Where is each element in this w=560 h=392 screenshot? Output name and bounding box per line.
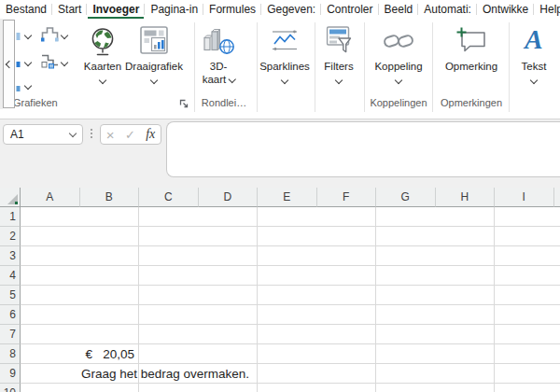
- 3d-kaart-button[interactable]: 3D- kaart: [197, 19, 240, 95]
- row-header-10[interactable]: 10: [0, 384, 21, 392]
- sparkline-icon: [271, 29, 299, 56]
- globe-icon: [89, 26, 117, 61]
- group-label-rondleidingen: Rondlei…: [202, 97, 246, 108]
- row-header-2[interactable]: 2: [0, 227, 21, 246]
- ribbon-tab-formules[interactable]: Formules: [203, 0, 261, 19]
- row-header-9[interactable]: 9: [0, 364, 21, 384]
- chevron-down-icon[interactable]: [24, 32, 32, 39]
- 3d-column-globe-icon: [202, 28, 235, 59]
- ribbon-tab-bar: Bestand Start Invoeger Pagina-in Formule…: [0, 0, 560, 19]
- row-header-8[interactable]: 8: [0, 344, 21, 364]
- active-cell-corner-dot: [15, 202, 18, 204]
- ribbon-tab-start[interactable]: Start: [52, 0, 87, 19]
- column-header-g[interactable]: G: [376, 188, 436, 207]
- ribbon-tab-controleren[interactable]: Controler: [321, 0, 378, 19]
- group-label-koppelingen: Koppelingen: [370, 97, 427, 108]
- chevron-down-icon: [335, 77, 343, 84]
- tekst-button[interactable]: A Tekst: [513, 19, 554, 95]
- group-separator: [194, 22, 195, 112]
- column-header-f[interactable]: F: [317, 188, 377, 207]
- column-header-d[interactable]: D: [199, 188, 259, 207]
- chevron-down-icon: [150, 77, 158, 84]
- draaigrafiek-label: Draaigrafiek: [125, 61, 183, 72]
- kaarten-button[interactable]: Kaarten: [78, 19, 127, 95]
- collapse-pane-handle[interactable]: [3, 20, 15, 108]
- pivotchart-icon: [140, 26, 168, 58]
- group-label-opmerkingen: Opmerkingen: [441, 97, 502, 108]
- chevron-down-icon: [228, 76, 235, 83]
- row-header-3[interactable]: 3: [0, 246, 21, 266]
- worksheet-grid: A B C D E F G H I 1 2 3 4 5 6 7 8 9 10 €…: [0, 188, 560, 392]
- formula-input[interactable]: [166, 121, 560, 177]
- currency-symbol: €: [86, 347, 93, 361]
- chevron-down-icon[interactable]: [61, 59, 68, 66]
- insert-hierarchy-chart-button[interactable]: [40, 26, 60, 47]
- ribbon-tab-beeld[interactable]: Beeld: [379, 0, 419, 19]
- cells-area[interactable]: € 20,05 Graag het bedrag overmaken.: [21, 207, 560, 392]
- chevron-down-icon[interactable]: [61, 32, 68, 39]
- column-header-c[interactable]: C: [139, 188, 199, 207]
- sparklines-button[interactable]: Sparklines: [259, 19, 311, 95]
- column-header-i[interactable]: I: [495, 188, 554, 207]
- name-box[interactable]: A1: [3, 124, 83, 145]
- cancel-button[interactable]: ×: [106, 128, 115, 142]
- insert-waterfall-chart-button[interactable]: [40, 52, 60, 74]
- ribbon-tab-pagina-indeling[interactable]: Pagina-in: [145, 0, 203, 19]
- formula-bar-row: A1 × ✓ fx: [0, 119, 560, 188]
- column-header-e[interactable]: E: [258, 188, 317, 207]
- group-label-grafieken: Grafieken: [13, 97, 58, 108]
- group-separator: [315, 22, 315, 112]
- chevron-down-icon[interactable]: [24, 82, 32, 90]
- column-header-partial[interactable]: [554, 188, 560, 207]
- chevron-down-icon[interactable]: [24, 59, 32, 66]
- filters-button[interactable]: Filters: [317, 19, 360, 95]
- opmerking-label: Opmerking: [445, 61, 497, 72]
- group-separator: [509, 22, 510, 112]
- dialog-launcher-icon[interactable]: [179, 95, 189, 112]
- chevron-down-icon: [99, 77, 106, 84]
- chevron-left-icon: [5, 60, 12, 67]
- ribbon-tab-help[interactable]: Help: [534, 0, 560, 19]
- cell-b8-value: 20,05: [103, 347, 134, 361]
- ribbon-tab-invoegen[interactable]: Invoeger: [87, 0, 145, 19]
- cell-b9[interactable]: Graag het bedrag overmaken.: [81, 364, 249, 383]
- enter-button[interactable]: ✓: [125, 129, 135, 141]
- cell-b8[interactable]: € 20,05: [80, 344, 140, 363]
- sparklines-label: Sparklines: [259, 61, 310, 72]
- row-header-6[interactable]: 6: [0, 305, 21, 325]
- ribbon-tab-ontwikkelaars[interactable]: Ontwikke: [477, 0, 534, 19]
- tekst-label: Tekst: [522, 61, 547, 72]
- koppeling-button[interactable]: Koppeling: [370, 19, 427, 95]
- column-header-b[interactable]: B: [80, 188, 140, 207]
- name-box-value: A1: [10, 128, 24, 141]
- cell-b9-value: Graag het bedrag overmaken.: [81, 367, 249, 381]
- koppeling-label: Koppeling: [374, 61, 422, 72]
- group-separator: [257, 22, 258, 112]
- row-headers: 1 2 3 4 5 6 7 8 9 10: [0, 207, 21, 392]
- row-header-1[interactable]: 1: [0, 207, 21, 227]
- slicer-funnel-icon: [327, 26, 352, 58]
- opmerking-button[interactable]: Opmerking: [441, 19, 502, 95]
- row-header-7[interactable]: 7: [0, 325, 21, 344]
- column-headers: A B C D E F G H I: [21, 188, 560, 207]
- 3d-kaart-label-line1: 3D-: [210, 61, 228, 72]
- letter-a-icon: A: [525, 26, 542, 52]
- formula-buttons: × ✓ fx: [100, 124, 161, 145]
- chevron-down-icon: [395, 77, 402, 84]
- column-header-a[interactable]: A: [21, 188, 80, 207]
- chevron-down-icon: [281, 77, 288, 84]
- comment-plus-icon: [455, 26, 487, 58]
- group-separator: [432, 22, 433, 112]
- ribbon-tab-automatiseren[interactable]: Automati:: [418, 0, 477, 19]
- draaigrafiek-button[interactable]: Draaigrafiek: [124, 19, 184, 95]
- group-separator: [364, 22, 365, 112]
- ribbon-tab-gegevens[interactable]: Gegeven:: [261, 0, 321, 19]
- ribbon-invoegen-panel: Kaarten Draaigrafiek Grafieken: [0, 19, 560, 119]
- ribbon-tab-bestand[interactable]: Bestand: [0, 0, 52, 19]
- row-header-5[interactable]: 5: [0, 286, 21, 305]
- insert-function-button[interactable]: fx: [146, 128, 155, 141]
- column-header-h[interactable]: H: [436, 188, 496, 207]
- chevron-down-icon: [69, 130, 77, 137]
- 3d-kaart-label-line2: kaart: [203, 74, 235, 85]
- row-header-4[interactable]: 4: [0, 266, 21, 286]
